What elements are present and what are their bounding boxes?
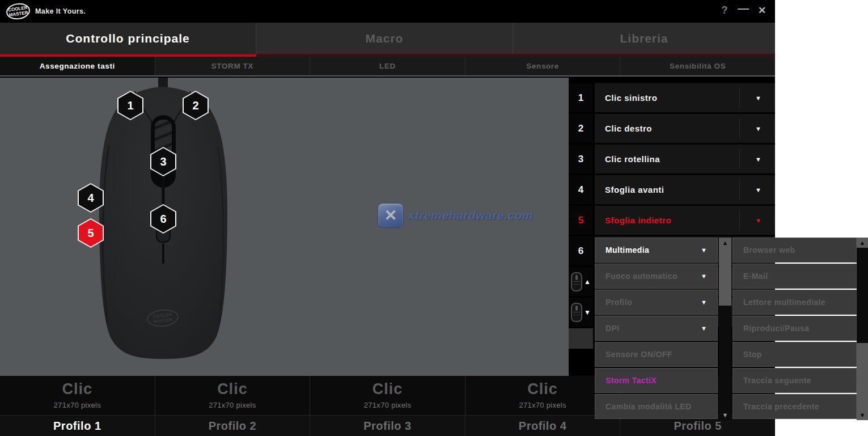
mouse-scroll-up-icon [571, 272, 582, 291]
submenu-item-lettore-multimediale[interactable]: Lettore multimediale [732, 290, 857, 315]
submenu-item-browser-web[interactable]: Browser web [732, 238, 857, 263]
chevron-down-icon[interactable]: ▼ [755, 156, 761, 163]
button-number: 3 [569, 145, 593, 173]
clic-size-label: 271x70 pixels [519, 401, 566, 409]
button-number: 4 [569, 175, 593, 204]
mouse-preview-area: COOLER MASTER 1 2 3 4 5 6 ✕ xtremehardwa… [0, 78, 569, 376]
x-icon: ✕ [378, 203, 404, 228]
main-tab-bar: Controllo principale Macro Libreria [0, 23, 775, 54]
subtab-sensore[interactable]: Sensore [465, 57, 621, 75]
arrow-down-icon: ▼ [584, 308, 591, 316]
profile-tab-2[interactable]: Profilo 2 [155, 416, 311, 436]
subtab-storm-tx[interactable]: STORM TX [155, 57, 311, 75]
button-number: 5 [569, 206, 593, 235]
screen: COOLER MASTER Make It Yours. ? — ✕ Contr… [0, 0, 868, 436]
close-button[interactable]: ✕ [754, 5, 770, 16]
clic-button-3[interactable]: Clic 271x70 pixels [310, 376, 465, 415]
cooler-master-logo: COOLER MASTER [6, 2, 31, 21]
chevron-down-icon[interactable]: ▼ [755, 217, 761, 224]
scrollbar-thumb[interactable] [719, 238, 731, 306]
assignment-label: Clic sinistro [595, 93, 657, 103]
menu-item-fuoco-automatico[interactable]: Fuoco automatico ▼ [595, 264, 718, 289]
help-button[interactable]: ? [717, 5, 732, 16]
clic-size-label: 271x70 pixels [54, 401, 101, 409]
watermark: ✕ xtremehardware.com [378, 203, 533, 228]
clic-size-label: 271x70 pixels [209, 401, 256, 409]
chevron-down-icon: ▼ [701, 299, 707, 306]
empty-row-stub [569, 328, 593, 349]
submenu-item-traccia-seguente[interactable]: Traccia seguente [732, 368, 857, 393]
clic-button-1[interactable]: Clic 271x70 pixels [0, 376, 155, 415]
menu-item-profilo[interactable]: Profilo ▼ [595, 290, 718, 315]
arrow-up-icon: ▲ [584, 278, 591, 286]
menu-item-dpi[interactable]: DPI ▼ [595, 316, 718, 341]
minimize-button[interactable]: — [735, 2, 751, 15]
scroll-down-button[interactable]: ▼ [857, 412, 868, 418]
chevron-down-icon: ▼ [701, 247, 707, 253]
chevron-down-icon: ▼ [701, 325, 707, 332]
clic-button-2[interactable]: Clic 271x70 pixels [155, 376, 311, 415]
multimedia-submenu: Browser web E-Mail Lettore multimediale … [732, 238, 868, 420]
submenu-item-stop[interactable]: Stop [732, 342, 857, 367]
chevron-down-icon[interactable]: ▼ [755, 187, 761, 193]
button-number: 1 [569, 83, 593, 112]
dropdown-scrollbar[interactable]: ▲ ▼ [719, 238, 731, 420]
mouse-scroll-down-icon [571, 303, 582, 322]
menu-item-cambia-modalita-led[interactable]: Cambia modalità LED [595, 394, 718, 419]
tab-macro[interactable]: Macro [256, 23, 513, 54]
scroll-up-button[interactable]: ▲ [719, 239, 731, 246]
scrollbar-thumb[interactable] [857, 248, 868, 343]
button-number: 6 [569, 236, 593, 265]
profile-tab-3[interactable]: Profilo 3 [310, 416, 465, 436]
submenu-item-riproduci-pausa[interactable]: Riproduci/Pausa [732, 316, 857, 341]
chevron-down-icon[interactable]: ▼ [755, 95, 761, 101]
chevron-down-icon[interactable]: ▼ [755, 125, 761, 132]
profile-tab-1[interactable]: Profilo 1 [0, 416, 155, 436]
subtab-led[interactable]: LED [310, 57, 465, 75]
menu-item-multimedia[interactable]: Multimedia ▼ [595, 238, 718, 263]
titlebar: COOLER MASTER Make It Yours. ? — ✕ [0, 0, 775, 23]
clic-size-label: 271x70 pixels [364, 401, 411, 409]
subtab-assegnazione-tasti[interactable]: Assegnazione tasti [0, 57, 155, 75]
sub-tab-bar: Assegnazione tasti STORM TX LED Sensore … [0, 57, 775, 77]
assignment-dropdown-menu: Multimedia ▼ Fuoco automatico ▼ Profilo … [595, 238, 731, 420]
assignment-label: Clic destro [595, 124, 652, 133]
submenu-item-traccia-precedente[interactable]: Traccia precedente [732, 394, 857, 419]
assignment-label: Clic rotellina [595, 154, 660, 164]
chevron-down-icon: ▼ [701, 273, 707, 280]
tab-controllo-principale[interactable]: Controllo principale [0, 23, 256, 54]
brand-tagline: Make It Yours. [35, 7, 86, 15]
scroll-down-button[interactable]: ▼ [719, 412, 731, 418]
scroll-up-button[interactable]: ▲ [857, 239, 868, 246]
menu-item-storm-tactix[interactable]: Storm TactiX [595, 368, 718, 393]
submenu-item-email[interactable]: E-Mail [732, 264, 857, 289]
assignment-label: Sfoglia avanti [595, 185, 664, 194]
subtab-sensibilita-os[interactable]: Sensibilità OS [620, 57, 775, 75]
tab-libreria[interactable]: Libreria [513, 23, 775, 54]
menu-item-sensore-on-off[interactable]: Sensore ON/OFF [595, 342, 718, 367]
button-number: 2 [569, 114, 593, 143]
assignment-label: Sfoglia indietro [595, 215, 671, 225]
submenu-scrollbar[interactable]: ▲ ▼ [857, 238, 868, 420]
